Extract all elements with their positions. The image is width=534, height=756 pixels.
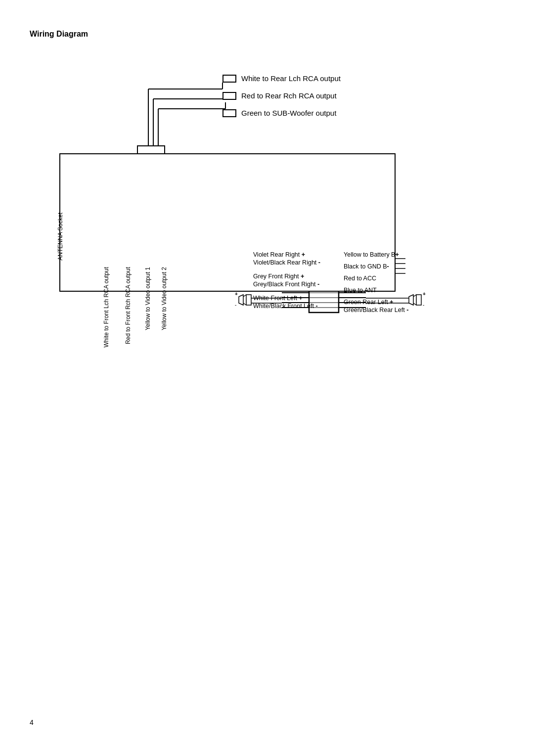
rca-box-red: [222, 92, 236, 100]
rca-label-red: Red to Rear Rch RCA output: [222, 91, 341, 100]
red-front-rch-label: Red to Front Rch RCA output: [125, 267, 132, 344]
rca-box-green: [222, 109, 236, 117]
rca-box-white: [222, 75, 236, 83]
rca-label-white: White to Rear Lch RCA output: [222, 74, 341, 83]
diagram-container: + - + - + - + -: [30, 59, 504, 405]
svg-line-95: [243, 303, 246, 305]
svg-text:+: +: [235, 291, 238, 297]
page-title: Wiring Diagram: [30, 30, 88, 39]
svg-text:+: +: [423, 291, 426, 297]
right-wire-labels: Yellow to Battery B+ Black to GND B- Red…: [344, 251, 408, 313]
svg-line-101: [413, 303, 416, 305]
violet-rear-right-plus: Violet Rear Right +: [253, 251, 320, 258]
rca-label-green-text: Green to SUB-Woofer output: [241, 109, 336, 117]
yellow-video1-label: Yellow to Video output 1: [144, 267, 151, 330]
left-wire-labels: Violet Rear Right + Violet/Black Rear Ri…: [253, 251, 320, 310]
white-black-front-left-minus: White/Black Front Left -: [253, 303, 320, 310]
svg-text:-: -: [235, 302, 236, 308]
black-gnd: Black to GND B-: [344, 263, 408, 270]
grey-black-front-right-minus: Grey/Black Front Right -: [253, 281, 320, 288]
white-front-left-plus: White Front Left +: [253, 295, 320, 302]
white-front-lch-label: White to Front Lch RCA output: [103, 267, 110, 348]
svg-marker-93: [239, 295, 243, 305]
svg-line-94: [243, 295, 246, 297]
rca-label-green: Green to SUB-Woofer output: [222, 109, 341, 117]
rca-label-white-text: White to Rear Lch RCA output: [241, 74, 341, 83]
rca-outputs: White to Rear Lch RCA output Red to Rear…: [222, 74, 341, 117]
svg-rect-102: [416, 295, 421, 305]
green-rear-left-plus: Green Rear Left +: [344, 299, 408, 306]
svg-rect-96: [246, 295, 251, 305]
svg-line-100: [413, 295, 416, 297]
green-black-rear-left-minus: Green/Black Rear Left -: [344, 307, 408, 313]
svg-text:-: -: [423, 302, 424, 308]
violet-black-rear-right-minus: Violet/Black Rear Right -: [253, 259, 320, 266]
svg-marker-99: [409, 295, 413, 305]
yellow-video2-label: Yellow to Video output 2: [161, 267, 168, 330]
red-acc: Red to ACC: [344, 275, 408, 282]
page-number: 4: [30, 718, 34, 726]
grey-front-right-plus: Grey Front Right +: [253, 273, 320, 280]
blue-ant: Blue to ANT: [344, 287, 408, 294]
antenna-label: ANTENNA Socket: [57, 213, 64, 261]
rca-label-red-text: Red to Rear Rch RCA output: [241, 91, 337, 100]
yellow-battery: Yellow to Battery B+: [344, 251, 408, 258]
